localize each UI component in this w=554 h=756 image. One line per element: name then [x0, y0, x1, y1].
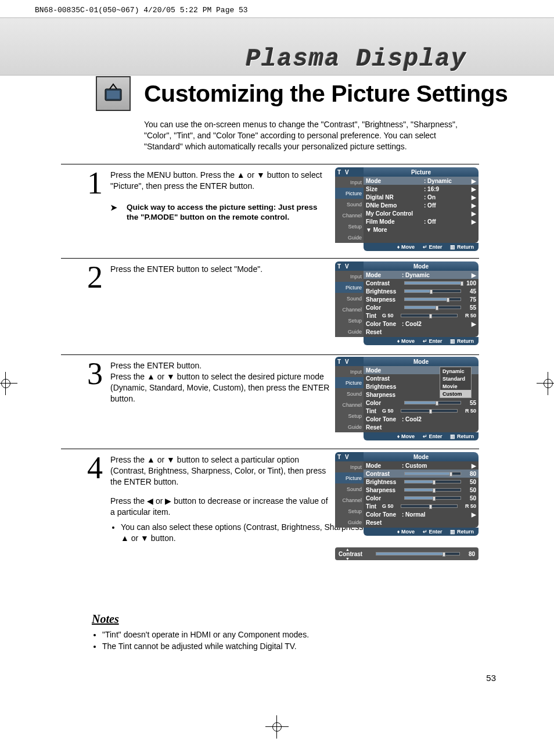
osd-footer: ♦ Move ↵ Enter ▥ Return: [364, 528, 479, 536]
osd-row: Film Mode : Off ▶: [364, 217, 479, 225]
registration-mark-icon: [0, 372, 17, 395]
osd-dropdown-item: Standard: [440, 375, 471, 382]
note-item: "Tint" doesn't operate in HDMI or any Co…: [102, 629, 475, 641]
osd-mode-dropdown-list: DynamicStandardMovieCustom: [440, 367, 472, 398]
osd-side-item: Sound: [335, 483, 364, 495]
osd-title: Mode: [364, 357, 479, 366]
osd-row: Color Tone : Normal ▶: [364, 510, 479, 518]
osd-side-item: Setup: [335, 315, 364, 326]
osd-side-item: Guide: [335, 421, 364, 432]
osd-side-item: Sound: [335, 199, 364, 210]
contrast-adjust-bar: Contrast 80: [335, 547, 479, 560]
osd-footer-move: ♦ Move: [397, 433, 415, 439]
osd-footer-return: ▥ Return: [450, 433, 474, 439]
osd-footer: ♦ Move ↵ Enter ▥ Return: [364, 243, 479, 251]
osd-footer-return: ▥ Return: [450, 244, 474, 250]
osd-row: Brightness 45: [364, 287, 479, 295]
osd-side-item: Input: [335, 271, 364, 282]
divider: [61, 164, 479, 164]
osd-row: Color 55: [364, 303, 479, 311]
osd-row: Contrast 80: [364, 470, 479, 478]
osd-row: Mode : Dynamic ▶: [364, 177, 479, 185]
osd-side-item: Sound: [335, 388, 364, 399]
divider: [61, 449, 479, 449]
notes: Notes "Tint" doesn't operate in HDMI or …: [92, 612, 475, 652]
osd-row: Color Tone : Cool2: [364, 415, 479, 423]
osd-main: Mode : Dynamic ▶ Contrast 100 Brightness…: [364, 271, 479, 337]
osd-footer-enter: ↵ Enter: [423, 433, 443, 439]
intro-paragraph: You can use the on-screen menus to chang…: [144, 119, 463, 152]
osd-row: Sharpness 50: [364, 486, 479, 494]
osd-row: Brightness 50: [364, 478, 479, 486]
osd-footer-move: ♦ Move: [397, 529, 415, 535]
osd-picture-menu: T V Picture Input Picture Sound Channel …: [335, 167, 479, 251]
osd-footer-enter: ↵ Enter: [423, 529, 443, 535]
contrast-slider: [376, 552, 460, 556]
osd-side-item: Channel: [335, 399, 364, 410]
osd-main: Mode : Custom ▶ Contrast 80 Brightness 5…: [364, 461, 479, 528]
osd-dropdown-item: Dynamic: [440, 367, 471, 375]
osd-side-item: Guide: [335, 326, 364, 337]
osd-title: Picture: [364, 167, 479, 177]
osd-row: Tint G 50 R 50: [364, 407, 479, 415]
osd-row: Size : 16:9 ▶: [364, 185, 479, 193]
osd-row: Mode : Dynamic ▶: [364, 271, 479, 279]
osd-side-item: Channel: [335, 495, 364, 506]
osd-dropdown-item: Custom: [440, 390, 471, 397]
osd-row: DNIe Demo : Off ▶: [364, 201, 479, 209]
osd-row: Color Tone : Cool2 ▶: [364, 320, 479, 328]
osd-footer-return: ▥ Return: [450, 529, 474, 535]
osd-sidebar: Input Picture Sound Channel Setup Guide: [335, 177, 364, 243]
osd-footer-return: ▥ Return: [450, 338, 474, 344]
registration-mark-icon: [265, 715, 289, 739]
osd-sidebar: Input Picture Sound Channel Setup Guide: [335, 366, 364, 432]
osd-row: Reset: [364, 328, 479, 336]
osd-main: Mode : Dynamic ▶ Size : 16:9 ▶ Digital N…: [364, 177, 479, 243]
tv-settings-icon: [96, 76, 131, 111]
osd-side-item: Sound: [335, 293, 364, 304]
step-text-2: Press the ◀ or ▶ button to decrease or i…: [110, 496, 331, 518]
print-header: BN68-00835C-01(050~067) 4/20/05 5:22 PM …: [35, 6, 248, 15]
osd-tv-label: T V: [335, 261, 364, 271]
divider: [61, 258, 479, 259]
osd-row: Reset: [364, 423, 479, 431]
step-number: 2: [87, 265, 103, 290]
osd-side-item: Channel: [335, 304, 364, 315]
osd-row: Contrast 100: [364, 279, 479, 287]
osd-row: Tint G 50 R 50: [364, 502, 479, 510]
registration-mark-icon: [537, 372, 554, 395]
osd-sidebar: Input Picture Sound Channel Setup Guide: [335, 461, 364, 528]
osd-side-item: Guide: [335, 517, 364, 528]
osd-title: Mode: [364, 261, 479, 271]
osd-side-item: Input: [335, 177, 364, 188]
osd-row: Color 50: [364, 494, 479, 502]
step-text: Press the ENTER button. Press the ▲ or ▼…: [110, 360, 331, 404]
osd-side-item: Input: [335, 461, 364, 472]
osd-side-item: Setup: [335, 221, 364, 232]
osd-sidebar: Input Picture Sound Channel Setup Guide: [335, 271, 364, 337]
osd-side-item: Picture: [335, 472, 364, 483]
step-text: Press the ▲ or ▼ button to select a part…: [110, 454, 331, 488]
osd-main: Mode Contrast Brightness Sharpness Color…: [364, 366, 479, 432]
osd-tv-label: T V: [335, 452, 364, 461]
step-text: Press the MENU button. Press the ▲ or ▼ …: [110, 170, 331, 192]
osd-row: Mode : Custom ▶: [364, 461, 479, 470]
osd-footer: ♦ Move ↵ Enter ▥ Return: [364, 337, 479, 345]
osd-row: ▼ More: [364, 225, 479, 234]
osd-side-item: Picture: [335, 282, 364, 293]
notes-heading: Notes: [92, 612, 475, 626]
osd-tv-label: T V: [335, 167, 364, 177]
divider: [61, 354, 479, 355]
osd-footer-enter: ↵ Enter: [423, 338, 443, 344]
svg-rect-1: [107, 91, 120, 99]
osd-side-item: Picture: [335, 188, 364, 199]
osd-side-item: Picture: [335, 377, 364, 388]
osd-side-item: Channel: [335, 210, 364, 221]
page-number: 53: [486, 673, 496, 683]
contrast-value: 80: [462, 551, 475, 557]
osd-row: Sharpness 75: [364, 295, 479, 303]
osd-row: Reset: [364, 518, 479, 526]
osd-tv-label: T V: [335, 357, 364, 366]
osd-side-item: Guide: [335, 232, 364, 243]
step-number: 1: [87, 171, 103, 196]
